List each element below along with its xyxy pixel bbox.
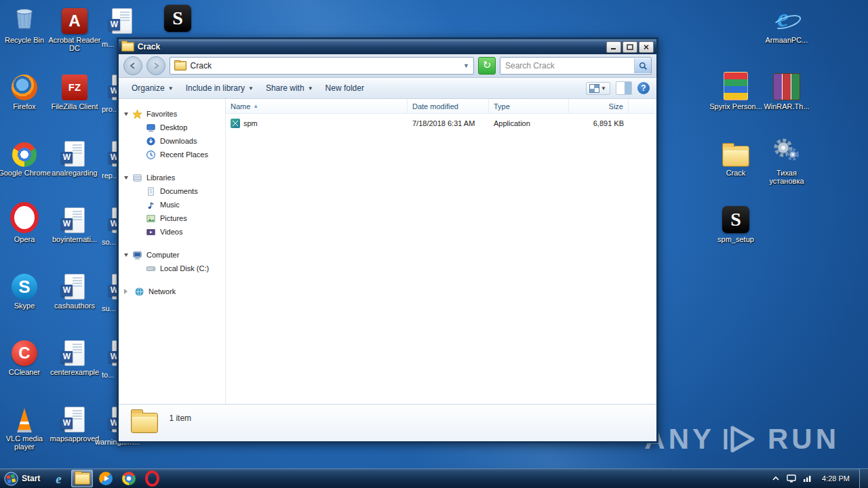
column-header-date-modified[interactable]: Date modified (408, 99, 489, 113)
sort-ascending-icon: ▲ (253, 103, 258, 109)
preview-pane-button[interactable] (616, 81, 632, 95)
search-icon[interactable] (634, 58, 651, 73)
partial-label-5: su... (102, 304, 116, 312)
taskbar-chrome-button[interactable] (119, 470, 139, 487)
sidebar-item-favorites[interactable]: Favorites (119, 107, 225, 121)
taskbar-opera-button[interactable] (142, 470, 162, 487)
expander-icon[interactable] (124, 253, 128, 259)
desktop-icon-winrar[interactable]: WinRAR.Th... (758, 72, 815, 110)
close-button[interactable] (639, 41, 654, 53)
search-input[interactable] (500, 61, 634, 70)
forward-button[interactable] (146, 56, 165, 75)
word-document-icon (64, 274, 85, 300)
opera-icon (10, 202, 39, 233)
sidebar-item-documents[interactable]: Documents (119, 184, 225, 198)
file-name: spm (243, 119, 258, 127)
desktop-icon-spm-setup[interactable]: spm_setup (707, 205, 764, 243)
expander-icon[interactable] (124, 113, 128, 118)
help-button[interactable] (637, 82, 650, 94)
desktop-icon-firefox[interactable]: Firefox (0, 72, 53, 110)
back-button[interactable] (123, 56, 142, 75)
minimize-button[interactable] (606, 41, 621, 53)
filezilla-icon (62, 75, 87, 100)
sidebar-item-desktop[interactable]: Desktop (119, 121, 225, 134)
column-header-size[interactable]: Size (569, 99, 629, 113)
ccleaner-icon (12, 340, 37, 366)
desktop-icon-spm-top[interactable] (155, 3, 201, 34)
tray-icon-1[interactable] (787, 474, 796, 483)
sidebar-item-videos[interactable]: Videos (119, 225, 225, 239)
skype-icon (12, 274, 37, 300)
pictures-icon (146, 214, 156, 224)
desktop-icon-acrobat[interactable]: Acrobat Reader DC (46, 5, 103, 52)
desktop-icon-spyrix[interactable]: Spyrix Person... (707, 72, 764, 110)
sidebar-item-computer[interactable]: Computer (119, 248, 225, 262)
desktop: Recycle Bin Firefox Google Chrome Opera … (0, 0, 868, 488)
desktop-icon-silent-install[interactable]: Тихая установка (758, 138, 815, 185)
address-dropdown-icon[interactable]: ▼ (463, 62, 469, 69)
new-folder-button[interactable]: New folder (319, 81, 370, 96)
winrar-icon (773, 73, 800, 100)
desktop-icon-analregarding[interactable]: analregarding (46, 138, 103, 177)
show-hidden-icons-button[interactable] (772, 476, 780, 481)
expander-icon[interactable] (124, 289, 130, 294)
desktop-icon-cashauthors[interactable]: cashauthors (46, 271, 103, 310)
share-with-button[interactable]: Share with▼ (260, 81, 319, 96)
desktop-icon-mapsapproved[interactable]: mapsapproved (46, 404, 103, 443)
partial-label-4: so... (102, 238, 116, 246)
navigation-bar: Crack ▼ ↻ (119, 54, 656, 78)
desktop-icon-filezilla[interactable]: FileZilla Client (46, 72, 103, 110)
taskbar-explorer-button[interactable] (71, 470, 93, 487)
sidebar-item-downloads[interactable]: Downloads (119, 134, 225, 148)
word-document-icon (64, 207, 85, 233)
maximize-button[interactable] (623, 41, 637, 53)
desktop-icon-armaanpc[interactable]: ArmaanPC... (758, 5, 815, 44)
refresh-button[interactable]: ↻ (478, 57, 496, 75)
sidebar-item-pictures[interactable]: Pictures (119, 211, 225, 225)
sidebar-item-libraries[interactable]: Libraries (119, 171, 225, 184)
window-titlebar[interactable]: Crack (119, 39, 656, 54)
desktop-icon-partial-1[interactable] (99, 5, 145, 36)
start-button[interactable]: Start (0, 469, 47, 488)
desktop-icon-vlc[interactable]: VLC media player (0, 404, 53, 451)
desktop-icon-skype[interactable]: Skype (0, 271, 53, 310)
sidebar-item-recent-places[interactable]: Recent Places (119, 148, 225, 161)
explorer-window: Crack Crack ▼ ↻ (117, 37, 658, 443)
sidebar-item-music[interactable]: Music (119, 198, 225, 211)
desktop-icon-crack-folder[interactable]: Crack (707, 138, 764, 177)
window-title: Crack (138, 42, 605, 52)
taskbar-ie-button[interactable]: e (48, 470, 68, 487)
taskbar-media-player-button[interactable] (96, 470, 116, 487)
opera-icon (145, 470, 159, 487)
desktop-icon-opera[interactable]: Opera (0, 205, 53, 243)
taskbar-clock[interactable]: 4:28 PM (819, 474, 852, 483)
sidebar-item-local-disk-c[interactable]: Local Disk (C:) (119, 262, 225, 275)
desktop-icon-centerexample[interactable]: centerexample (46, 338, 103, 376)
desktop-icon-ccleaner[interactable]: CCleaner (0, 338, 53, 376)
address-bar[interactable]: Crack ▼ (170, 57, 474, 75)
organize-button[interactable]: Organize▼ (125, 81, 180, 96)
window-folder-icon (121, 42, 134, 52)
address-folder-icon (174, 61, 186, 70)
sidebar-item-network[interactable]: Network (119, 285, 225, 298)
favorites-star-icon (132, 109, 142, 119)
expander-icon[interactable] (124, 176, 128, 182)
column-header-name[interactable]: Name▲ (226, 99, 408, 113)
gears-icon (772, 136, 801, 167)
file-date-modified: 7/18/2018 6:31 AM (408, 119, 489, 127)
folder-icon (722, 146, 749, 167)
taskbar: Start e 4:28 PM (0, 468, 868, 488)
change-view-button[interactable]: ▼ (586, 82, 610, 95)
music-note-icon (146, 200, 156, 210)
include-in-library-button[interactable]: Include in library▼ (180, 81, 260, 96)
desktop-icon-google-chrome[interactable]: Google Chrome (0, 138, 53, 177)
desktop-icon-recycle-bin[interactable]: Recycle Bin (0, 5, 53, 44)
file-row-spm[interactable]: spm 7/18/2018 6:31 AM Application 6,891 … (226, 117, 656, 130)
desktop-icon-boyinternati[interactable]: boyinternati... (46, 205, 103, 243)
videos-icon (146, 227, 156, 237)
show-desktop-button[interactable] (859, 469, 868, 488)
column-header-type[interactable]: Type (489, 99, 569, 113)
spm-app-icon (164, 5, 191, 32)
address-breadcrumb[interactable]: Crack (191, 61, 212, 70)
tray-network-icon[interactable] (803, 474, 812, 483)
